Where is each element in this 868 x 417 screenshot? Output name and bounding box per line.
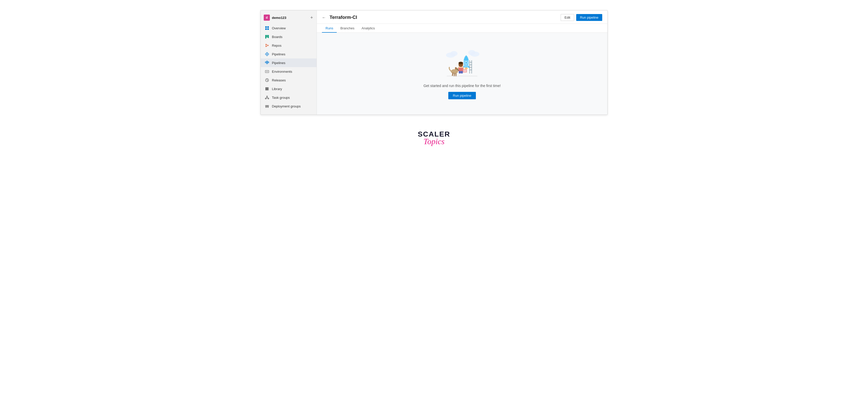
svg-point-7 bbox=[266, 44, 267, 45]
app-wrapper: d demo123 + bbox=[255, 0, 613, 156]
sidebar-item-deployment-groups[interactable]: Deployment groups bbox=[261, 102, 316, 110]
svg-rect-31 bbox=[266, 87, 267, 90]
empty-state-message: Get started and run this pipeline for th… bbox=[424, 84, 501, 88]
svg-point-9 bbox=[268, 45, 269, 46]
topics-text: Topics bbox=[424, 137, 444, 146]
svg-rect-70 bbox=[459, 71, 461, 73]
sidebar-item-pipelines-sub[interactable]: Pipelines bbox=[261, 59, 316, 67]
sidebar-item-releases[interactable]: Releases bbox=[261, 76, 316, 85]
pipelines-icon bbox=[265, 52, 269, 56]
svg-rect-17 bbox=[267, 61, 268, 62]
main-header: ← Terraform-CI Edit Run pipeline bbox=[317, 10, 607, 24]
svg-rect-40 bbox=[266, 105, 267, 106]
svg-rect-18 bbox=[267, 63, 268, 64]
svg-point-44 bbox=[268, 107, 268, 108]
svg-rect-51 bbox=[469, 62, 472, 63]
svg-rect-5 bbox=[267, 35, 268, 37]
sidebar-org: d demo123 bbox=[264, 14, 286, 21]
svg-rect-0 bbox=[265, 26, 267, 28]
sidebar-item-label: Repos bbox=[272, 44, 282, 47]
svg-line-39 bbox=[267, 98, 268, 98]
sidebar-header: d demo123 + bbox=[261, 12, 316, 24]
svg-rect-53 bbox=[469, 67, 472, 68]
sidebar-nav: Overview Boards bbox=[261, 24, 316, 110]
svg-rect-32 bbox=[267, 87, 268, 90]
sidebar-item-label: Task groups bbox=[272, 96, 290, 99]
svg-rect-3 bbox=[267, 28, 269, 30]
boards-icon bbox=[265, 34, 269, 39]
sidebar-item-label: Environments bbox=[272, 70, 292, 73]
svg-line-38 bbox=[266, 98, 267, 98]
page-title: Terraform-CI bbox=[330, 15, 357, 20]
svg-rect-1 bbox=[267, 26, 269, 28]
svg-rect-33 bbox=[268, 87, 269, 90]
run-pipeline-header-button[interactable]: Run pipeline bbox=[576, 14, 602, 21]
releases-icon bbox=[265, 78, 269, 83]
svg-rect-6 bbox=[268, 35, 269, 38]
library-icon bbox=[265, 87, 269, 91]
svg-line-30 bbox=[267, 80, 268, 81]
sidebar-item-overview[interactable]: Overview bbox=[261, 24, 316, 32]
svg-rect-4 bbox=[265, 35, 266, 38]
header-actions: Edit Run pipeline bbox=[561, 14, 602, 21]
sidebar-item-label: Pipelines bbox=[272, 61, 285, 65]
sidebar-item-label: Releases bbox=[272, 78, 286, 82]
org-avatar: d bbox=[264, 14, 270, 21]
add-project-button[interactable]: + bbox=[310, 15, 313, 21]
svg-point-35 bbox=[265, 98, 266, 99]
tabs-bar: Runs Branches Analytics bbox=[317, 24, 607, 33]
grid-icon bbox=[265, 26, 269, 30]
run-pipeline-empty-button[interactable]: Run pipeline bbox=[448, 92, 476, 99]
svg-rect-2 bbox=[265, 28, 267, 30]
svg-line-11 bbox=[267, 44, 268, 45]
svg-rect-52 bbox=[469, 65, 472, 65]
sidebar-item-label: Boards bbox=[272, 35, 282, 39]
edit-button[interactable]: Edit bbox=[561, 14, 574, 21]
svg-point-76 bbox=[458, 70, 459, 71]
sidebar-item-library[interactable]: Library bbox=[261, 85, 316, 93]
svg-rect-41 bbox=[267, 105, 269, 106]
svg-point-48 bbox=[468, 50, 475, 55]
sidebar-item-label: Deployment groups bbox=[272, 104, 301, 108]
tab-branches[interactable]: Branches bbox=[337, 24, 358, 33]
title-row: ← Terraform-CI bbox=[321, 15, 357, 21]
svg-point-8 bbox=[266, 46, 267, 47]
svg-line-78 bbox=[454, 73, 455, 76]
sidebar-item-task-groups[interactable]: Task groups bbox=[261, 93, 316, 102]
task-groups-icon bbox=[265, 95, 269, 100]
svg-rect-25 bbox=[267, 71, 268, 72]
svg-point-34 bbox=[267, 96, 268, 97]
tab-analytics[interactable]: Analytics bbox=[358, 24, 378, 33]
empty-illustration bbox=[442, 48, 483, 78]
sidebar-item-environments[interactable]: Environments bbox=[261, 67, 316, 76]
sidebar-item-repos[interactable]: Repos bbox=[261, 41, 316, 50]
svg-point-58 bbox=[465, 62, 467, 64]
svg-rect-69 bbox=[463, 70, 466, 72]
sidebar-item-label: Overview bbox=[272, 26, 286, 30]
svg-rect-65 bbox=[458, 68, 463, 71]
svg-rect-16 bbox=[265, 62, 266, 63]
svg-line-22 bbox=[268, 63, 268, 63]
sidebar: d demo123 + bbox=[261, 10, 317, 115]
svg-rect-54 bbox=[469, 70, 472, 70]
sidebar-item-pipelines-top[interactable]: Pipelines bbox=[261, 50, 316, 59]
svg-point-75 bbox=[457, 69, 458, 70]
svg-point-43 bbox=[266, 107, 267, 108]
svg-rect-71 bbox=[461, 71, 463, 73]
environments-icon bbox=[265, 69, 269, 74]
scaler-topics-logo: SCALER Topics bbox=[418, 130, 450, 146]
sidebar-item-label: Library bbox=[272, 87, 282, 91]
sidebar-item-label: Pipelines bbox=[272, 52, 285, 56]
repos-icon bbox=[265, 43, 269, 48]
scaler-footer: SCALER Topics bbox=[418, 130, 450, 146]
svg-point-46 bbox=[450, 51, 458, 56]
deployment-groups-icon bbox=[265, 104, 269, 108]
sidebar-item-boards[interactable]: Boards bbox=[261, 32, 316, 41]
pipelines-sub-icon bbox=[265, 61, 269, 65]
svg-point-61 bbox=[465, 67, 468, 69]
main-content: ← Terraform-CI Edit Run pipeline Runs Br… bbox=[317, 10, 607, 115]
back-button[interactable]: ← bbox=[321, 15, 327, 21]
azure-window: d demo123 + bbox=[260, 10, 608, 115]
empty-state: Get started and run this pipeline for th… bbox=[317, 33, 607, 115]
tab-runs[interactable]: Runs bbox=[322, 24, 337, 33]
